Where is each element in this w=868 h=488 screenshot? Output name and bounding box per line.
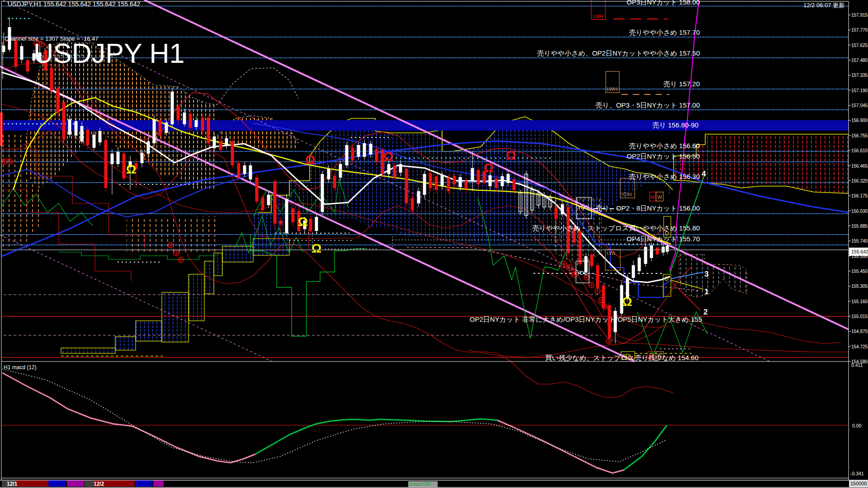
- svg-text:0.411: 0.411: [851, 362, 863, 368]
- svg-text:買い残少なめ、ストップロス売り残少なめ 154.60: 買い残少なめ、ストップロス売り残少なめ 154.60: [545, 354, 698, 361]
- svg-text:156.900: 156.900: [851, 118, 868, 123]
- svg-text:Ω: Ω: [383, 150, 393, 164]
- svg-text:売りやや小さめ 156.30: 売りやや小さめ 156.30: [629, 173, 700, 180]
- svg-text:155.305: 155.305: [851, 284, 868, 289]
- svg-text:155.160: 155.160: [851, 299, 868, 304]
- svg-text:3: 3: [704, 270, 708, 278]
- svg-text:157.190: 157.190: [851, 88, 868, 93]
- svg-text:USDJPY H1: USDJPY H1: [33, 38, 185, 69]
- svg-text:157.770: 157.770: [851, 28, 868, 33]
- svg-text:Ω: Ω: [506, 148, 516, 162]
- svg-text:Ω: Ω: [311, 241, 321, 255]
- svg-text:LMH: LMH: [593, 14, 603, 19]
- svg-text:156.465: 156.465: [851, 164, 868, 169]
- svg-text:売りやや小さめ 156.60: 売りやや小さめ 156.60: [629, 142, 700, 150]
- svg-text:156.320: 156.320: [851, 178, 868, 183]
- svg-text:売りやや小さめ、OP2日NYカットやや小さめ 157.50: 売りやや小さめ、OP2日NYカットやや小さめ 157.50: [537, 49, 700, 57]
- svg-text:macd ON: macd ON: [410, 481, 431, 487]
- svg-text:W: W: [657, 194, 662, 200]
- svg-text:D: D: [665, 276, 669, 282]
- svg-text:156.175: 156.175: [851, 193, 868, 198]
- svg-text:150000: 150000: [850, 481, 867, 486]
- svg-text:2: 2: [703, 308, 708, 316]
- svg-text:156.030: 156.030: [851, 209, 868, 214]
- svg-text:157.625: 157.625: [851, 43, 868, 48]
- svg-text:156.610: 156.610: [851, 148, 868, 153]
- svg-text:12/1: 12/1: [7, 481, 18, 487]
- svg-text:157.480: 157.480: [851, 58, 868, 63]
- svg-text:YDO: YDO: [578, 205, 589, 210]
- svg-text:YDC: YDC: [577, 270, 587, 276]
- svg-text:157.915: 157.915: [851, 13, 868, 18]
- svg-text:OP2日NYカット 非常に大きめ/OP3日NYカット/OP5: OP2日NYカット 非常に大きめ/OP3日NYカット/OP5日NYカット大きめ.…: [470, 315, 702, 323]
- svg-text:157.045: 157.045: [851, 103, 868, 108]
- svg-text:155.642: 155.642: [851, 249, 868, 254]
- svg-text:154.870: 154.870: [851, 329, 868, 334]
- svg-text:OP2日NYカット 156.50: OP2日NYカット 156.50: [627, 152, 700, 160]
- svg-text:売り 157.20: 売り 157.20: [664, 80, 700, 88]
- svg-text:LWH: LWH: [607, 86, 618, 92]
- svg-text:156.755: 156.755: [851, 133, 868, 138]
- svg-text:OP4日NYカット 155.70: OP4日NYカット 155.70: [627, 235, 700, 243]
- svg-text:Ω: Ω: [484, 161, 494, 175]
- svg-text:LWL: LWL: [607, 250, 617, 256]
- svg-text:OP3日NYカット 158.00: OP3日NYカット 158.00: [627, 0, 700, 6]
- svg-text:12/2: 12/2: [94, 481, 104, 487]
- svg-text:Ω: Ω: [622, 295, 632, 309]
- svg-text:155.885: 155.885: [851, 224, 868, 229]
- svg-text:155.015: 155.015: [851, 314, 868, 319]
- svg-text:154.725: 154.725: [851, 344, 868, 349]
- svg-text:YDH: YDH: [621, 192, 632, 197]
- svg-text:155.740: 155.740: [851, 239, 868, 244]
- svg-text:売りやや小さめ 157.70: 売りやや小さめ 157.70: [629, 28, 700, 36]
- svg-text:売り、OP3・5日NYカット 157.00: 売り、OP3・5日NYカット 157.00: [595, 101, 700, 109]
- svg-text:売り、OP2・8日NYカット 156.00: 売り、OP2・8日NYカット 156.00: [595, 204, 700, 212]
- svg-text:1: 1: [704, 287, 708, 296]
- svg-text:売り 156.80-90: 売り 156.80-90: [652, 121, 698, 129]
- svg-text:155.450: 155.450: [851, 269, 868, 274]
- svg-text:157.335: 157.335: [851, 73, 868, 78]
- svg-text:M: M: [651, 194, 655, 200]
- svg-text:Ω: Ω: [305, 153, 315, 167]
- svg-text:0.00: 0.00: [852, 423, 862, 428]
- svg-text:12/2 06:07 更新: 12/2 06:07 更新: [803, 2, 844, 9]
- svg-text:H1 macd (12): H1 macd (12): [4, 364, 37, 371]
- svg-text:4: 4: [702, 169, 706, 178]
- svg-text:Ω: Ω: [126, 162, 136, 176]
- svg-text:売りやや小さめ・ストップロス買いやや小さめ 155.80: 売りやや小さめ・ストップロス買いやや小さめ 155.80: [532, 224, 700, 232]
- svg-text:Ω: Ω: [298, 215, 308, 229]
- svg-text:-0.341: -0.341: [850, 471, 864, 476]
